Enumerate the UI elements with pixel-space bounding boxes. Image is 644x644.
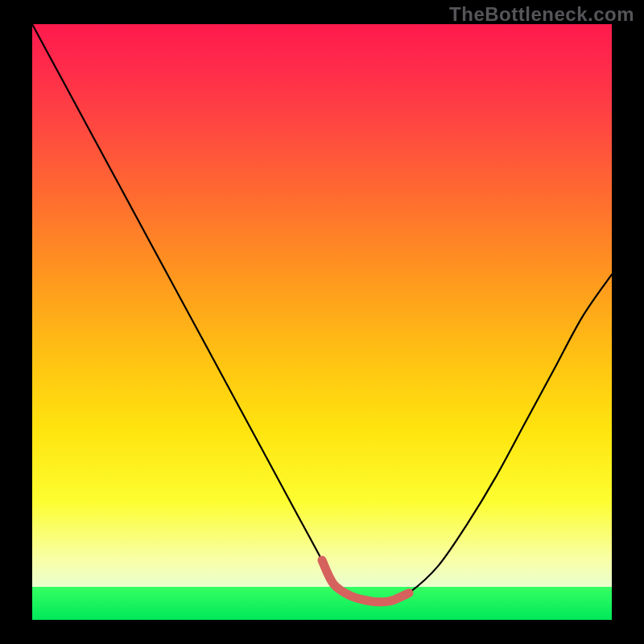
plot-area (32, 24, 612, 620)
chart-frame: TheBottleneck.com (0, 0, 644, 644)
bottom-u-segment (322, 560, 409, 602)
bottleneck-curve (32, 24, 612, 602)
curve-layer (32, 24, 612, 620)
watermark-text: TheBottleneck.com (449, 3, 634, 26)
